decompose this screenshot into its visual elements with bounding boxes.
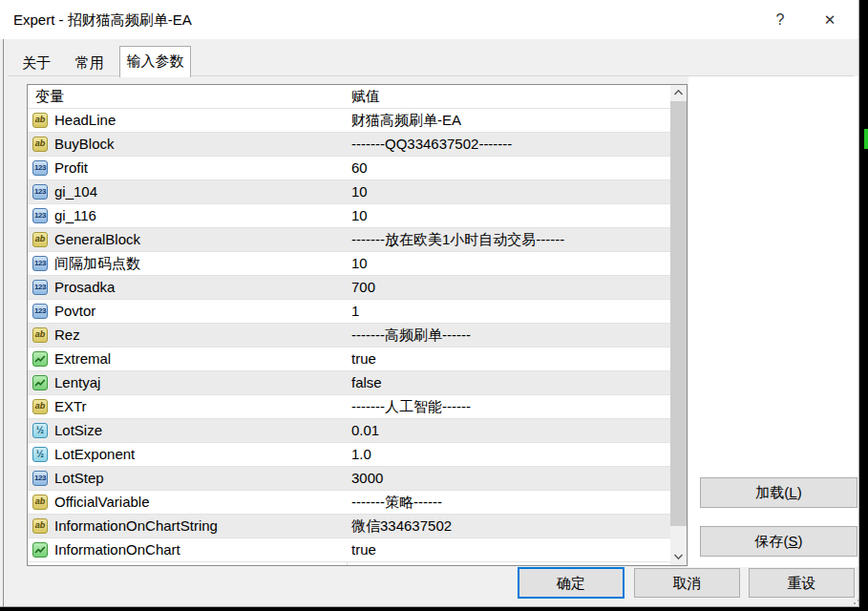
string-type-icon: ab <box>32 327 48 343</box>
load-button-label-suffix: ) <box>797 484 802 500</box>
bool-type-icon <box>32 375 48 390</box>
param-value[interactable]: 10 <box>351 204 667 227</box>
column-header-value[interactable]: 赋值 <box>351 85 380 108</box>
table-row[interactable]: 123 Povtor 1 <box>28 300 670 324</box>
param-value[interactable]: -------放在欧美1小时自动交易------ <box>351 228 667 251</box>
param-value[interactable]: 60 <box>351 157 667 179</box>
param-value[interactable]: -------QQ334637502------- <box>351 133 667 156</box>
save-button-label-suffix: ) <box>798 533 803 549</box>
table-row[interactable]: ab BuyBlock -------QQ334637502------- <box>28 133 670 157</box>
param-name: Profit <box>54 157 341 179</box>
save-button[interactable]: 保存(S) <box>700 526 857 557</box>
string-type-icon: ab <box>32 399 48 414</box>
param-name: LotSize <box>54 419 341 442</box>
string-type-icon: ab <box>32 518 48 534</box>
scrollbar-thumb[interactable] <box>670 101 687 526</box>
chart-backdrop-bottom <box>0 607 868 611</box>
reset-button[interactable]: 重设 <box>749 568 855 598</box>
table-row[interactable]: ab GeneralBlock -------放在欧美1小时自动交易------ <box>28 228 670 252</box>
table-row[interactable]: 123 gi_104 10 <box>28 180 670 204</box>
table-row[interactable]: ½ LotExponent 1.0 <box>28 443 670 467</box>
table-row[interactable]: Extremal true <box>28 348 670 371</box>
chart-green-marker <box>864 129 868 149</box>
param-value[interactable]: 微信334637502 <box>351 515 667 537</box>
param-value[interactable]: 700 <box>351 276 667 299</box>
string-type-icon: ab <box>32 137 48 152</box>
param-value[interactable]: -------策略------ <box>351 491 667 514</box>
vertical-scrollbar[interactable] <box>670 85 687 565</box>
double-type-icon: ½ <box>32 447 48 462</box>
param-value[interactable]: 1.0 <box>351 443 667 466</box>
window-title: Expert - 招财猫高频刷单-EA <box>13 0 192 39</box>
table-row[interactable]: ab InformationOnChartString 微信334637502 <box>28 515 670 538</box>
param-value[interactable]: false <box>351 371 667 394</box>
help-button[interactable]: ? <box>759 0 801 39</box>
int-type-icon: 123 <box>32 304 48 319</box>
load-button-label: 加载( <box>755 484 789 500</box>
param-value[interactable]: 10 <box>351 252 667 275</box>
expert-properties-dialog: Expert - 招财猫高频刷单-EA ? ✕ 关于 常用 输入参数 变量 赋值… <box>0 0 859 607</box>
table-row[interactable]: ab HeadLine 财猫高频刷单-EA <box>28 109 670 133</box>
int-type-icon: 123 <box>32 160 48 176</box>
string-type-icon: ab <box>32 495 48 510</box>
param-name: Prosadka <box>54 276 341 299</box>
table-row[interactable]: ½ LotSize 0.01 <box>28 419 670 443</box>
table-row[interactable]: 123 Profit 60 <box>28 157 670 180</box>
param-value[interactable]: true <box>351 538 667 561</box>
title-bar: Expert - 招财猫高频刷单-EA ? ✕ <box>0 0 858 39</box>
table-row[interactable]: 123 Prosadka 700 <box>28 276 670 300</box>
param-name: EXTr <box>54 395 341 418</box>
param-value[interactable]: -------高频刷单------ <box>351 324 667 347</box>
param-name: BuyBlock <box>54 133 341 156</box>
ok-button[interactable]: 确定 <box>518 567 625 599</box>
scroll-down-button[interactable] <box>670 549 687 565</box>
cancel-button[interactable]: 取消 <box>634 568 740 598</box>
param-value[interactable]: 10 <box>351 180 667 203</box>
close-button[interactable]: ✕ <box>809 0 851 39</box>
string-type-icon: ab <box>32 232 48 247</box>
int-type-icon: 123 <box>32 256 48 271</box>
int-type-icon: 123 <box>32 184 48 200</box>
save-button-label: 保存( <box>754 533 788 549</box>
chart-backdrop-right <box>859 0 868 611</box>
param-name: OfficialVariable <box>54 491 341 514</box>
scroll-up-button[interactable] <box>670 85 687 101</box>
param-value[interactable]: -------人工智能------ <box>351 395 667 418</box>
table-row[interactable]: ab OfficialVariable -------策略------ <box>28 491 670 515</box>
parameters-table: 变量 赋值 ab HeadLine 财猫高频刷单-EA ab BuyBlock … <box>27 84 688 566</box>
param-value[interactable]: true <box>351 348 667 370</box>
column-header-variable[interactable]: 变量 <box>35 85 64 108</box>
param-name: HeadLine <box>54 109 341 132</box>
table-row[interactable]: Lentyaj false <box>28 371 670 395</box>
param-value[interactable]: 0.01 <box>351 419 667 442</box>
param-name: Rez <box>54 324 341 347</box>
load-button[interactable]: 加载(L) <box>700 477 857 508</box>
table-row[interactable]: 123 LotStep 3000 <box>28 467 670 491</box>
param-name: gi_104 <box>54 180 341 203</box>
table-row[interactable]: 123 gi_116 10 <box>28 204 670 228</box>
param-name: Lentyaj <box>54 371 341 394</box>
param-name: InformationOnChart <box>54 538 341 561</box>
table-row[interactable]: ab EXTr -------人工智能------ <box>28 395 670 419</box>
tab-common[interactable]: 常用 <box>63 50 116 75</box>
table-body: ab HeadLine 财猫高频刷单-EA ab BuyBlock ------… <box>28 109 670 562</box>
param-name: LotExponent <box>54 443 341 466</box>
int-type-icon: 123 <box>32 280 48 295</box>
tab-about[interactable]: 关于 <box>10 50 63 75</box>
table-row[interactable]: InformationOnChart true <box>28 538 670 562</box>
param-value[interactable]: 3000 <box>351 467 667 490</box>
bool-type-icon <box>32 351 48 367</box>
tab-inputs[interactable]: 输入参数 <box>119 46 191 77</box>
param-value[interactable]: 财猫高频刷单-EA <box>351 109 667 132</box>
param-value[interactable]: 1 <box>351 300 667 323</box>
int-type-icon: 123 <box>32 471 48 486</box>
int-type-icon: 123 <box>32 208 48 223</box>
table-row[interactable]: ab Rez -------高频刷单------ <box>28 324 670 348</box>
param-name: 间隔加码点数 <box>54 252 341 275</box>
backdrop-panel-edge <box>3 39 4 607</box>
table-header-row: 变量 赋值 <box>28 85 670 109</box>
param-name: InformationOnChartString <box>54 515 341 537</box>
table-row[interactable]: 123 间隔加码点数 10 <box>28 252 670 276</box>
bool-type-icon <box>32 542 48 558</box>
param-name: gi_116 <box>54 204 341 227</box>
